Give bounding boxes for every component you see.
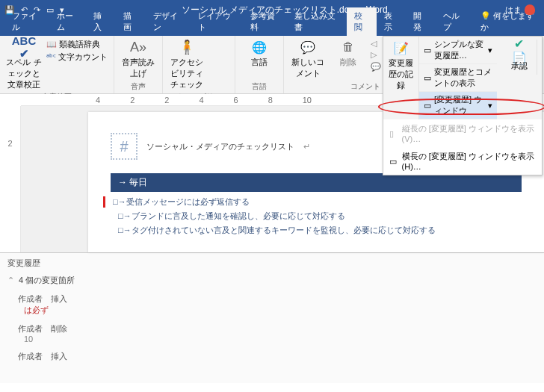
trackchanges-label: 変更履歴の記録 bbox=[385, 57, 417, 91]
a11y-icon: 🧍 bbox=[179, 39, 195, 55]
change-item[interactable]: 作成者 挿入 bbox=[18, 351, 537, 362]
newcomment-label: 新しいコメント bbox=[290, 57, 326, 79]
delete-icon: 🗑 bbox=[340, 39, 356, 55]
spellcheck-icon: ABC✔ bbox=[16, 39, 32, 55]
tab-draw[interactable]: 描画 bbox=[116, 7, 146, 36]
language-icon: 🌐 bbox=[251, 39, 268, 55]
spellcheck-label: スペル チェックと文章校正 bbox=[6, 57, 42, 90]
accept-button[interactable]: ✔📄 承認 bbox=[501, 40, 537, 75]
menu-horizontal-pane[interactable]: ▭横長の [変更履歴] ウィンドウを表示(H)… bbox=[383, 147, 542, 175]
wordcount-button[interactable]: ᵃᵇᶜ文字カウント bbox=[46, 52, 108, 63]
user-avatar-icon bbox=[525, 4, 535, 15]
redo-icon[interactable]: ↷ bbox=[34, 5, 40, 15]
ruler-mark: 6 bbox=[234, 96, 238, 105]
qat-icon[interactable]: ▾ bbox=[60, 5, 64, 15]
markup-combo[interactable]: ▭シンプルな変更履歴…▾ bbox=[419, 37, 497, 64]
a11y-label: アクセシビリティチェック bbox=[169, 57, 205, 90]
tab-home[interactable]: ホーム bbox=[49, 7, 87, 36]
hash-icon: # bbox=[111, 133, 137, 160]
bullet-item: □→受信メッセージには必ず返信する bbox=[103, 196, 522, 208]
ruler-mark: 10 bbox=[303, 96, 312, 105]
pane-title: 変更履歴 bbox=[7, 258, 537, 269]
tab-references[interactable]: 参考資料 bbox=[243, 7, 288, 36]
deletecomment-button[interactable]: 🗑 削除 bbox=[330, 39, 366, 68]
tracking-dropdown: 📝 変更履歴の記録 ▭シンプルな変更履歴…▾ ▭変更履歴とコメントの表示 ▭[変… bbox=[383, 36, 543, 175]
prev-icon: ◁ bbox=[371, 39, 377, 49]
readaloud-icon: A» bbox=[130, 39, 146, 55]
save-icon[interactable]: 💾 bbox=[4, 5, 15, 15]
group-accessibility: 🧍 アクセシビリティチェック アクセシビリティ bbox=[163, 36, 235, 93]
ruler-mark: 2 bbox=[164, 96, 169, 105]
pane-summary[interactable]: ⌃4 個の変更箇所 bbox=[7, 275, 537, 286]
tab-mailings[interactable]: 差し込み文書 bbox=[287, 7, 347, 36]
group-proofing: ABC✔ スペル チェックと文章校正 📖類義語辞典 ᵃᵇᶜ文字カウント 文章校正 bbox=[0, 36, 114, 93]
change-item[interactable]: 作成者 削除 10 bbox=[18, 323, 537, 343]
ribbon-tabs: ファイル ホーム 挿入 描画 デザイン レイアウト 参考資料 差し込み文書 校閲… bbox=[0, 19, 544, 36]
tab-review[interactable]: 校閲 bbox=[347, 7, 377, 36]
delete-label: 削除 bbox=[340, 57, 356, 68]
book-icon: 📖 bbox=[46, 40, 57, 49]
accept-label: 承認 bbox=[511, 60, 528, 72]
combo-icon: ▭ bbox=[424, 46, 431, 55]
tab-developer[interactable]: 開発 bbox=[406, 7, 436, 36]
ruler-mark: 2 bbox=[7, 139, 12, 148]
undo-icon[interactable]: ↶ bbox=[21, 5, 28, 15]
spellcheck-button[interactable]: ABC✔ スペル チェックと文章校正 bbox=[6, 39, 42, 90]
group-label: 言語 bbox=[241, 81, 277, 92]
showmarkup-button[interactable]: ▭変更履歴とコメントの表示 bbox=[419, 64, 497, 92]
ruler-mark: 4 bbox=[96, 96, 100, 105]
pane-icon: ▭ bbox=[424, 101, 431, 111]
reviewpane-button[interactable]: ▭[変更履歴] ウィンドウ▾ bbox=[419, 92, 497, 119]
language-label: 言語 bbox=[251, 57, 268, 68]
accept-icon: ✔📄 bbox=[511, 43, 528, 59]
vertical-ruler[interactable]: 2 bbox=[0, 106, 21, 252]
bullet-list: □→受信メッセージには必ず返信する □→ブランドに言及した通知を確認し、必要に応… bbox=[111, 196, 522, 236]
tab-help[interactable]: ヘルプ bbox=[436, 7, 473, 36]
change-item[interactable]: 作成者 挿入 は必ず bbox=[18, 293, 537, 316]
readaloud-button[interactable]: A» 音声読み上げ bbox=[120, 39, 156, 79]
language-button[interactable]: 🌐 言語 bbox=[241, 39, 277, 68]
group-speech: A» 音声読み上げ 音声 bbox=[114, 36, 163, 93]
collapse-icon[interactable]: ⌃ bbox=[7, 276, 14, 285]
a11y-button[interactable]: 🧍 アクセシビリティチェック bbox=[169, 39, 205, 90]
section-heading: → 毎日 bbox=[111, 173, 522, 192]
markup-icon: ▭ bbox=[424, 73, 431, 83]
ruler-mark: 4 bbox=[199, 96, 203, 105]
tab-design[interactable]: デザイン bbox=[146, 7, 191, 36]
count-icon: ᵃᵇᶜ bbox=[46, 52, 56, 62]
vpane-icon: ▯ bbox=[389, 129, 398, 138]
reviewing-pane: 変更履歴 ⌃4 個の変更箇所 作成者 挿入 は必ず 作成者 削除 10 作成者 … bbox=[0, 252, 544, 383]
ruler-mark: 2 bbox=[130, 96, 135, 105]
qat-icon[interactable]: ▭ bbox=[46, 5, 54, 15]
chevron-down-icon: ▾ bbox=[488, 101, 492, 111]
tab-layout[interactable]: レイアウト bbox=[191, 7, 243, 36]
tab-insert[interactable]: 挿入 bbox=[86, 7, 116, 36]
newcomment-icon: 💬 bbox=[300, 39, 316, 55]
trackchanges-icon: 📝 bbox=[393, 40, 409, 56]
show-icon: 💬 bbox=[371, 62, 381, 72]
readaloud-label: 音声読み上げ bbox=[120, 57, 156, 79]
hpane-icon: ▭ bbox=[389, 157, 398, 166]
menu-vertical-pane[interactable]: ▯縦長の [変更履歴] ウィンドウを表示(V)… bbox=[383, 119, 542, 147]
trackchanges-button[interactable]: 📝 変更履歴の記録 bbox=[383, 37, 419, 119]
bullet-item: □→ブランドに言及した通知を確認し、必要に応じて対応する bbox=[111, 211, 522, 222]
chevron-down-icon: ▾ bbox=[488, 46, 492, 55]
newcomment-button[interactable]: 💬 新しいコメント bbox=[290, 39, 326, 79]
group-language: 🌐 言語 言語 bbox=[235, 36, 284, 93]
ruler-mark: 8 bbox=[268, 96, 273, 105]
tab-view[interactable]: 表示 bbox=[377, 7, 407, 36]
group-label: 音声 bbox=[120, 81, 156, 92]
thesaurus-button[interactable]: 📖類義語辞典 bbox=[46, 39, 108, 50]
bullet-item: □→タグ付けされていない言及と関連するキーワードを監視し、必要に応じて対応する bbox=[111, 225, 522, 236]
next-icon: ▷ bbox=[371, 50, 377, 60]
